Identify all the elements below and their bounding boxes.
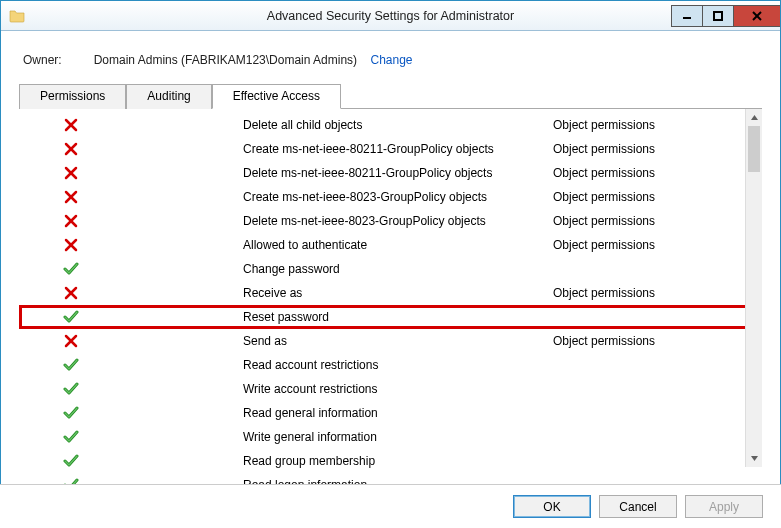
permission-row[interactable]: Create ms-net-ieee-8023-GroupPolicy obje… xyxy=(19,185,762,209)
owner-row: Owner: Domain Admins (FABRIKAM123\Domain… xyxy=(23,53,762,67)
titlebar: Advanced Security Settings for Administr… xyxy=(1,1,780,31)
deny-icon xyxy=(63,213,79,229)
allow-icon xyxy=(49,405,93,421)
permission-row[interactable]: Create ms-net-ieee-80211-GroupPolicy obj… xyxy=(19,137,762,161)
permission-name: Create ms-net-ieee-80211-GroupPolicy obj… xyxy=(243,142,553,156)
deny-icon xyxy=(63,117,79,133)
permission-row[interactable]: Delete ms-net-ieee-8023-GroupPolicy obje… xyxy=(19,209,762,233)
limited-by: Object permissions xyxy=(553,238,762,252)
deny-icon xyxy=(49,117,93,133)
permission-row[interactable]: Read general information xyxy=(19,401,762,425)
allow-icon xyxy=(49,381,93,397)
window-controls xyxy=(671,5,780,27)
allow-icon xyxy=(63,357,79,373)
deny-icon xyxy=(63,165,79,181)
svg-marker-21 xyxy=(751,456,758,461)
permission-name: Delete ms-net-ieee-80211-GroupPolicy obj… xyxy=(243,166,553,180)
permission-name: Allowed to authenticate xyxy=(243,238,553,252)
permission-row[interactable]: Reset password xyxy=(19,305,762,329)
close-button[interactable] xyxy=(733,5,781,27)
permission-name: Change password xyxy=(243,262,553,276)
permission-row[interactable]: Change password xyxy=(19,257,762,281)
permission-row[interactable]: Write account restrictions xyxy=(19,377,762,401)
permission-row[interactable]: Allowed to authenticateObject permission… xyxy=(19,233,762,257)
apply-button[interactable]: Apply xyxy=(685,495,763,518)
permission-row[interactable]: Read account restrictions xyxy=(19,353,762,377)
deny-icon xyxy=(49,237,93,253)
permission-row[interactable]: Send asObject permissions xyxy=(19,329,762,353)
allow-icon xyxy=(63,429,79,445)
deny-icon xyxy=(49,141,93,157)
cancel-button[interactable]: Cancel xyxy=(599,495,677,518)
scroll-up-button[interactable] xyxy=(746,109,762,126)
change-owner-link[interactable]: Change xyxy=(370,53,412,67)
deny-icon xyxy=(49,165,93,181)
content-area: Owner: Domain Admins (FABRIKAM123\Domain… xyxy=(1,31,780,475)
limited-by: Object permissions xyxy=(553,166,762,180)
tab-permissions[interactable]: Permissions xyxy=(19,84,126,109)
window-title: Advanced Security Settings for Administr… xyxy=(1,9,780,23)
permission-name: Receive as xyxy=(243,286,553,300)
limited-by: Object permissions xyxy=(553,214,762,228)
owner-value: Domain Admins (FABRIKAM123\Domain Admins… xyxy=(94,53,357,67)
allow-icon xyxy=(49,309,93,325)
owner-label: Owner: xyxy=(23,53,62,67)
svg-marker-20 xyxy=(751,115,758,120)
vertical-scrollbar[interactable] xyxy=(745,109,762,467)
scroll-down-button[interactable] xyxy=(746,450,762,467)
permission-name: Send as xyxy=(243,334,553,348)
permission-name: Write general information xyxy=(243,430,553,444)
deny-icon xyxy=(49,189,93,205)
effective-access-list: Delete all child objectsObject permissio… xyxy=(19,109,762,467)
allow-icon xyxy=(63,261,79,277)
allow-icon xyxy=(49,261,93,277)
permission-row[interactable]: Read group membership xyxy=(19,449,762,473)
tab-effective-access[interactable]: Effective Access xyxy=(212,84,341,109)
permission-name: Read general information xyxy=(243,406,553,420)
permission-name: Read group membership xyxy=(243,454,553,468)
allow-icon xyxy=(49,429,93,445)
deny-icon xyxy=(63,189,79,205)
limited-by: Object permissions xyxy=(553,142,762,156)
ok-button[interactable]: OK xyxy=(513,495,591,518)
allow-icon xyxy=(63,453,79,469)
folder-icon xyxy=(9,8,25,24)
limited-by: Object permissions xyxy=(553,118,762,132)
allow-icon xyxy=(49,453,93,469)
deny-icon xyxy=(49,285,93,301)
permission-row[interactable]: Receive asObject permissions xyxy=(19,281,762,305)
permission-name: Read account restrictions xyxy=(243,358,553,372)
permission-row[interactable]: Delete all child objectsObject permissio… xyxy=(19,113,762,137)
minimize-button[interactable] xyxy=(671,5,703,27)
permission-name: Reset password xyxy=(243,310,553,324)
deny-icon xyxy=(63,141,79,157)
permission-name: Create ms-net-ieee-8023-GroupPolicy obje… xyxy=(243,190,553,204)
deny-icon xyxy=(49,333,93,349)
allow-icon xyxy=(63,309,79,325)
allow-icon xyxy=(63,405,79,421)
dialog-footer: OK Cancel Apply xyxy=(0,484,781,528)
svg-rect-1 xyxy=(714,12,722,20)
deny-icon xyxy=(63,333,79,349)
allow-icon xyxy=(49,357,93,373)
limited-by: Object permissions xyxy=(553,286,762,300)
permission-row[interactable]: Write general information xyxy=(19,425,762,449)
limited-by: Object permissions xyxy=(553,190,762,204)
deny-icon xyxy=(49,213,93,229)
permission-row[interactable]: Delete ms-net-ieee-80211-GroupPolicy obj… xyxy=(19,161,762,185)
allow-icon xyxy=(63,381,79,397)
tab-auditing[interactable]: Auditing xyxy=(126,84,211,109)
tabs: Permissions Auditing Effective Access xyxy=(19,83,762,109)
limited-by: Object permissions xyxy=(553,334,762,348)
deny-icon xyxy=(63,285,79,301)
permission-name: Delete ms-net-ieee-8023-GroupPolicy obje… xyxy=(243,214,553,228)
permission-name: Write account restrictions xyxy=(243,382,553,396)
scroll-thumb[interactable] xyxy=(748,126,760,172)
maximize-button[interactable] xyxy=(702,5,734,27)
permission-name: Delete all child objects xyxy=(243,118,553,132)
deny-icon xyxy=(63,237,79,253)
